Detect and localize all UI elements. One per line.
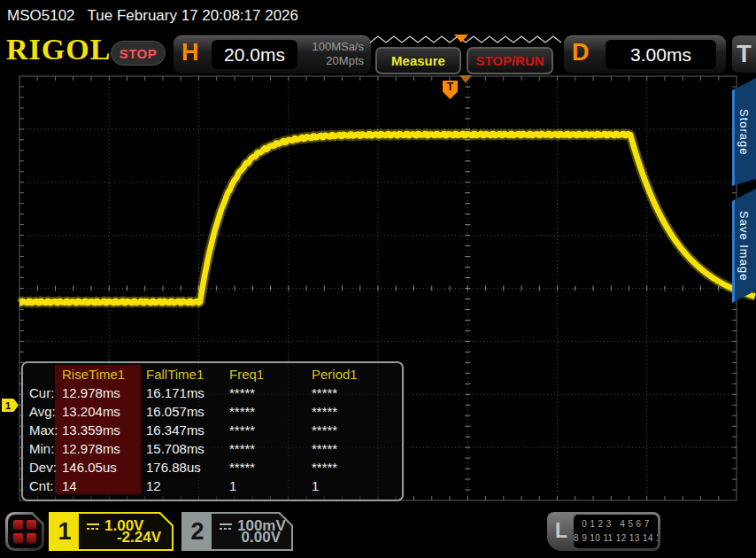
waveform-display: T 1 Storage Save Image RiseTime1FallTime… bbox=[0, 74, 756, 503]
measure-value: 16.057ms bbox=[146, 404, 204, 419]
measure-value: ***** bbox=[229, 441, 255, 456]
channel1-badge-body: 1 1.00V -2.24V bbox=[50, 514, 172, 549]
measure-value: ***** bbox=[312, 422, 337, 438]
channel1-offset: -2.24V bbox=[117, 529, 161, 546]
memory-depth-label: 20Mpts bbox=[312, 54, 364, 68]
trigger-marker-label: T bbox=[447, 81, 454, 99]
measure-row-label: Min: bbox=[29, 441, 54, 456]
measure-column-header: FallTime1 bbox=[146, 367, 204, 382]
measure-value: 176.88us bbox=[146, 460, 201, 475]
delay-icon: D bbox=[572, 39, 590, 66]
horizontal-settings-group[interactable]: H 20.0ms 100MSa/s 20Mpts bbox=[174, 35, 371, 74]
logic-label: L bbox=[555, 519, 567, 543]
grid-icon-square bbox=[27, 520, 36, 530]
tab-storage[interactable]: Storage bbox=[732, 78, 756, 186]
measure-value: ***** bbox=[229, 404, 255, 419]
channel1-number: 1 bbox=[58, 518, 71, 546]
measure-row-label: Max: bbox=[29, 422, 58, 438]
logic-channels-box: 0 1 2 3 4 5 6 7 8 9 10 11 12 13 14 15 bbox=[574, 515, 658, 548]
measure-value: 12.978ms bbox=[62, 441, 120, 456]
ch1-marker-label: 1 bbox=[5, 400, 11, 411]
tab-save-image-label: Save Image bbox=[737, 211, 751, 281]
measure-value: ***** bbox=[312, 385, 337, 400]
quick-menu-button[interactable] bbox=[5, 512, 44, 551]
memory-position-bar bbox=[370, 33, 563, 44]
dc-coupling-icon bbox=[219, 522, 233, 531]
waveform-glow bbox=[19, 134, 755, 303]
logic-channels-badge[interactable]: L 0 1 2 3 4 5 6 7 8 9 10 11 12 13 14 15 bbox=[547, 512, 660, 551]
channel2-number-block: 2 bbox=[183, 514, 212, 549]
grid-icon-square bbox=[13, 533, 23, 543]
waveform-trace-ch1 bbox=[19, 134, 755, 303]
measure-value: 16.171ms bbox=[146, 385, 204, 400]
measure-value: 12.978ms bbox=[62, 385, 120, 400]
timebase-value: 20.0ms bbox=[212, 40, 297, 69]
measure-value: ***** bbox=[229, 385, 255, 400]
measure-value: 13.359ms bbox=[62, 422, 120, 438]
status-bar: MSO5102 Tue February 17 20:08:17 2026 bbox=[0, 0, 756, 32]
measure-value: 12 bbox=[146, 478, 161, 493]
measure-button[interactable]: Measure bbox=[375, 47, 461, 74]
measure-value: 1 bbox=[312, 478, 319, 493]
logic-row-1: 0 1 2 3 4 5 6 7 bbox=[574, 517, 658, 531]
measure-column-header: RiseTime1 bbox=[62, 367, 125, 382]
oscilloscope-screen: MSO5102 Tue February 17 20:08:17 2026 RI… bbox=[0, 0, 756, 558]
channel1-number-block: 1 bbox=[50, 514, 79, 549]
measure-value: 14 bbox=[62, 478, 77, 493]
delay-settings-group[interactable]: D 3.00ms bbox=[564, 35, 726, 74]
bottom-bar: 1 1.00V -2.24V 2 bbox=[0, 503, 756, 558]
measure-value: 16.347ms bbox=[146, 422, 204, 438]
delay-value: 3.00ms bbox=[606, 40, 716, 69]
measure-value: ***** bbox=[312, 460, 337, 475]
measurement-table: RiseTime1FallTime1Freq1Period1Cur:12.978… bbox=[21, 361, 404, 501]
channel2-offset: 0.00V bbox=[242, 529, 281, 546]
measure-row-label: Avg: bbox=[29, 404, 56, 419]
measure-value: ***** bbox=[229, 422, 255, 438]
grid-icon bbox=[8, 515, 42, 548]
run-state-badge: STOP bbox=[111, 41, 166, 66]
acquisition-info: 100MSa/s 20Mpts bbox=[312, 40, 364, 68]
logic-row-2: 8 9 10 11 12 13 14 15 bbox=[574, 531, 658, 546]
channel1-badge[interactable]: 1 1.00V -2.24V bbox=[49, 512, 174, 551]
delay-indicator-icon bbox=[459, 75, 472, 83]
measure-value: 13.204ms bbox=[62, 404, 120, 419]
measure-row-label: Cur: bbox=[29, 385, 54, 400]
measure-value: ***** bbox=[312, 441, 337, 456]
datetime-label: Tue February 17 20:08:17 2026 bbox=[88, 7, 298, 25]
measure-column-header: Freq1 bbox=[229, 367, 264, 382]
model-label: MSO5102 bbox=[7, 7, 75, 25]
grid-icon-square bbox=[27, 533, 36, 543]
measure-value: 15.708ms bbox=[146, 441, 204, 456]
memory-trigger-position-icon bbox=[454, 35, 468, 43]
measure-value: ***** bbox=[312, 404, 337, 419]
measure-row-label: Dev: bbox=[29, 460, 57, 475]
rigol-logo: RIGOL bbox=[6, 33, 111, 66]
channel2-badge[interactable]: 2 100mV 0.00V bbox=[181, 512, 293, 551]
measure-column-header: Period1 bbox=[312, 367, 358, 382]
grid-icon-square bbox=[13, 520, 23, 530]
tab-save-image[interactable]: Save Image bbox=[732, 189, 756, 303]
measure-value: ***** bbox=[229, 460, 255, 475]
channel2-badge-body: 2 100mV 0.00V bbox=[183, 514, 291, 549]
horizontal-icon: H bbox=[181, 39, 199, 66]
dc-coupling-icon bbox=[86, 522, 100, 531]
tab-storage-label: Storage bbox=[737, 109, 751, 156]
measure-value: 146.05us bbox=[62, 460, 117, 475]
memory-waveform-icon bbox=[370, 34, 563, 45]
measure-row-label: Cnt: bbox=[29, 478, 54, 493]
stop-run-button[interactable]: STOP/RUN bbox=[467, 47, 553, 74]
toolbar: RIGOL STOP H 20.0ms 100MSa/s 20Mpts Meas… bbox=[0, 32, 756, 74]
sample-rate-label: 100MSa/s bbox=[312, 40, 364, 54]
channel2-number: 2 bbox=[190, 518, 204, 546]
measure-value: 1 bbox=[229, 478, 236, 493]
trigger-menu-button[interactable]: T bbox=[732, 35, 756, 73]
